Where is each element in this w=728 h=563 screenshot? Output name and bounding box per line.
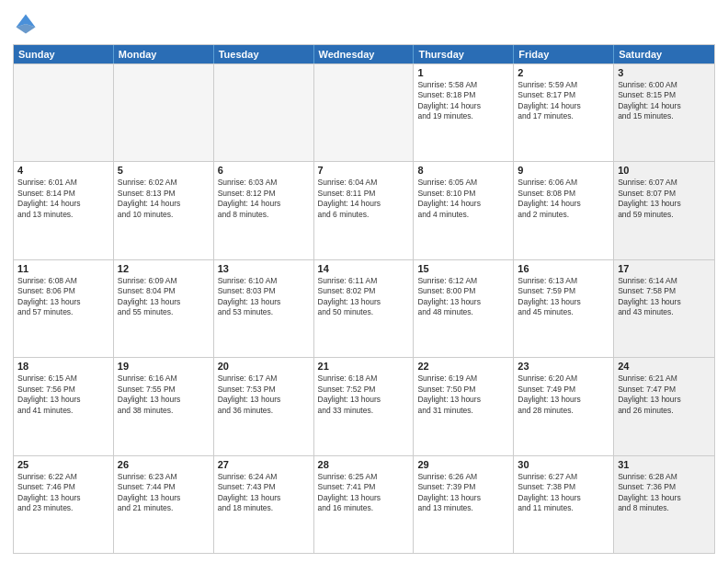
cell-info: and 28 minutes. bbox=[518, 406, 609, 416]
cell-info: Sunrise: 6:10 AM bbox=[218, 276, 310, 286]
calendar-cell: 11Sunrise: 6:08 AMSunset: 8:06 PMDayligh… bbox=[14, 260, 114, 357]
cell-info: Sunset: 8:13 PM bbox=[118, 189, 210, 199]
cell-info: Sunset: 7:58 PM bbox=[618, 286, 711, 296]
cell-info: Daylight: 14 hours bbox=[218, 199, 310, 209]
cell-info: Daylight: 13 hours bbox=[618, 493, 711, 503]
calendar-cell: 25Sunrise: 6:22 AMSunset: 7:46 PMDayligh… bbox=[14, 456, 114, 553]
cell-info: Sunset: 7:44 PM bbox=[118, 482, 210, 492]
cell-info: Sunset: 7:49 PM bbox=[518, 385, 609, 395]
calendar-cell: 23Sunrise: 6:20 AMSunset: 7:49 PMDayligh… bbox=[514, 358, 614, 454]
cell-info: Sunset: 7:38 PM bbox=[518, 482, 609, 492]
day-number: 24 bbox=[618, 361, 711, 372]
cell-info: Daylight: 14 hours bbox=[417, 101, 509, 111]
cell-info: Daylight: 14 hours bbox=[518, 199, 609, 209]
cell-info: Sunrise: 6:21 AM bbox=[618, 373, 711, 384]
day-number: 21 bbox=[318, 361, 410, 372]
cell-info: Sunset: 8:10 PM bbox=[417, 189, 509, 199]
calendar-cell: 14Sunrise: 6:11 AMSunset: 8:02 PMDayligh… bbox=[314, 260, 415, 357]
day-number: 10 bbox=[618, 165, 711, 176]
day-number: 9 bbox=[518, 165, 609, 176]
day-number: 14 bbox=[318, 263, 410, 274]
cell-info: Sunrise: 6:04 AM bbox=[318, 178, 410, 188]
cell-info: Sunrise: 6:06 AM bbox=[518, 178, 609, 188]
cell-info: and 59 minutes. bbox=[618, 210, 711, 220]
cell-info: Sunrise: 6:11 AM bbox=[318, 276, 410, 286]
cell-info: Sunrise: 6:02 AM bbox=[118, 178, 210, 188]
cell-info: Sunset: 8:17 PM bbox=[518, 90, 609, 100]
cell-info: Daylight: 13 hours bbox=[618, 395, 711, 405]
cell-info: Sunset: 8:12 PM bbox=[218, 189, 310, 199]
calendar-cell: 28Sunrise: 6:25 AMSunset: 7:41 PMDayligh… bbox=[314, 456, 415, 553]
cell-info: Sunset: 8:04 PM bbox=[118, 286, 210, 296]
cell-info: and 19 minutes. bbox=[417, 111, 509, 121]
cell-info: Sunset: 8:00 PM bbox=[417, 286, 509, 296]
day-number: 1 bbox=[417, 67, 509, 78]
cell-info: Daylight: 14 hours bbox=[318, 199, 410, 209]
calendar-cell: 7Sunrise: 6:04 AMSunset: 8:11 PMDaylight… bbox=[314, 162, 415, 259]
logo-icon bbox=[13, 11, 39, 37]
cell-info: and 17 minutes. bbox=[518, 111, 609, 121]
calendar-cell: 8Sunrise: 6:05 AMSunset: 8:10 PMDaylight… bbox=[414, 162, 514, 259]
weekday-header: Saturday bbox=[614, 45, 714, 63]
cell-info: and 48 minutes. bbox=[417, 307, 509, 317]
calendar-cell: 24Sunrise: 6:21 AMSunset: 7:47 PMDayligh… bbox=[614, 358, 714, 454]
weekday-header: Sunday bbox=[14, 45, 114, 63]
calendar-cell: 19Sunrise: 6:16 AMSunset: 7:55 PMDayligh… bbox=[114, 358, 214, 454]
cell-info: and 8 minutes. bbox=[618, 503, 711, 513]
cell-info: Sunrise: 6:23 AM bbox=[118, 472, 210, 482]
header bbox=[13, 11, 715, 37]
calendar-cell: 12Sunrise: 6:09 AMSunset: 8:04 PMDayligh… bbox=[114, 260, 214, 357]
cell-info: Sunset: 7:55 PM bbox=[118, 385, 210, 395]
day-number: 23 bbox=[518, 361, 609, 372]
cell-info: and 45 minutes. bbox=[518, 307, 609, 317]
cell-info: Sunset: 7:36 PM bbox=[618, 482, 711, 492]
weekday-header: Tuesday bbox=[214, 45, 314, 63]
cell-info: and 55 minutes. bbox=[118, 307, 210, 317]
cell-info: Sunset: 7:46 PM bbox=[17, 482, 109, 492]
cell-info: Sunrise: 6:16 AM bbox=[118, 373, 210, 384]
cell-info: and 36 minutes. bbox=[218, 406, 310, 416]
cell-info: and 13 minutes. bbox=[417, 503, 509, 513]
cell-info: Sunrise: 6:13 AM bbox=[518, 276, 609, 286]
calendar-row: 1Sunrise: 5:58 AMSunset: 8:18 PMDaylight… bbox=[14, 63, 714, 161]
cell-info: Sunrise: 6:03 AM bbox=[218, 178, 310, 188]
day-number: 2 bbox=[518, 67, 609, 78]
calendar-cell: 1Sunrise: 5:58 AMSunset: 8:18 PMDaylight… bbox=[414, 64, 514, 161]
cell-info: and 53 minutes. bbox=[218, 307, 310, 317]
cell-info: and 50 minutes. bbox=[318, 307, 410, 317]
cell-info: Sunset: 8:18 PM bbox=[417, 90, 509, 100]
cell-info: Sunrise: 6:15 AM bbox=[17, 373, 109, 384]
day-number: 29 bbox=[417, 459, 509, 470]
day-number: 22 bbox=[417, 361, 509, 372]
calendar-header: SundayMondayTuesdayWednesdayThursdayFrid… bbox=[14, 45, 714, 63]
cell-info: Sunset: 7:39 PM bbox=[417, 482, 509, 492]
day-number: 28 bbox=[318, 459, 410, 470]
weekday-header: Wednesday bbox=[314, 45, 415, 63]
cell-info: Daylight: 14 hours bbox=[17, 199, 109, 209]
cell-info: Sunrise: 6:00 AM bbox=[618, 80, 711, 90]
cell-info: Daylight: 13 hours bbox=[17, 395, 109, 405]
cell-info: and 10 minutes. bbox=[118, 210, 210, 220]
cell-info: Daylight: 13 hours bbox=[618, 199, 711, 209]
cell-info: Sunset: 8:02 PM bbox=[318, 286, 410, 296]
cell-info: Sunset: 7:41 PM bbox=[318, 482, 410, 492]
calendar-cell: 4Sunrise: 6:01 AMSunset: 8:14 PMDaylight… bbox=[14, 162, 114, 259]
cell-info: and 6 minutes. bbox=[318, 210, 410, 220]
cell-info: and 11 minutes. bbox=[518, 503, 609, 513]
calendar-row: 4Sunrise: 6:01 AMSunset: 8:14 PMDaylight… bbox=[14, 161, 714, 259]
calendar-cell: 31Sunrise: 6:28 AMSunset: 7:36 PMDayligh… bbox=[614, 456, 714, 553]
cell-info: and 8 minutes. bbox=[218, 210, 310, 220]
calendar-cell: 2Sunrise: 5:59 AMSunset: 8:17 PMDaylight… bbox=[514, 64, 614, 161]
cell-info: Sunrise: 5:59 AM bbox=[518, 80, 609, 90]
calendar-cell bbox=[14, 64, 114, 161]
calendar-cell: 29Sunrise: 6:26 AMSunset: 7:39 PMDayligh… bbox=[414, 456, 514, 553]
cell-info: Daylight: 14 hours bbox=[518, 101, 609, 111]
calendar-cell: 16Sunrise: 6:13 AMSunset: 7:59 PMDayligh… bbox=[514, 260, 614, 357]
cell-info: Sunrise: 6:27 AM bbox=[518, 472, 609, 482]
cell-info: and 57 minutes. bbox=[17, 307, 109, 317]
cell-info: Sunrise: 6:20 AM bbox=[518, 373, 609, 384]
day-number: 7 bbox=[318, 165, 410, 176]
page: SundayMondayTuesdayWednesdayThursdayFrid… bbox=[0, 0, 728, 563]
calendar-cell: 21Sunrise: 6:18 AMSunset: 7:52 PMDayligh… bbox=[314, 358, 415, 454]
cell-info: Sunset: 8:08 PM bbox=[518, 189, 609, 199]
